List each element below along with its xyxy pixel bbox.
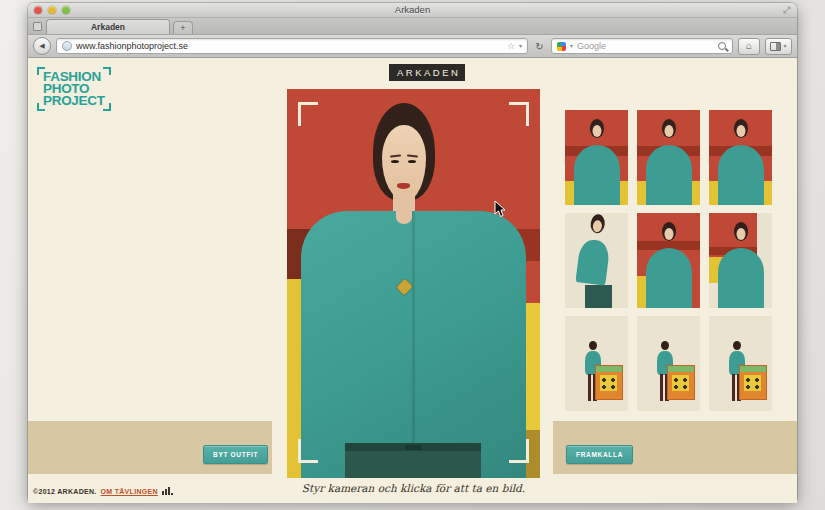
logo-line: PROJECT [43, 95, 105, 107]
model-face [382, 125, 426, 201]
site-favicon [62, 41, 72, 51]
search-bar[interactable]: ▾ [551, 38, 733, 54]
thumbnail-model [718, 248, 764, 308]
panel-icon [770, 42, 781, 51]
viewfinder-corner-icon [509, 439, 529, 463]
viewfinder-corner-icon [298, 439, 318, 463]
prop-box [668, 366, 694, 399]
about-contest-link[interactable]: OM TÄVLINGEN [101, 488, 158, 495]
model-belt-buckle [405, 445, 421, 450]
tab-bar: Arkaden + [28, 18, 797, 35]
title-bar[interactable]: Arkaden [28, 3, 797, 18]
copyright-text: ©2012 ARKADEN. [33, 488, 97, 495]
reload-icon[interactable]: ↻ [533, 41, 546, 52]
resize-icon[interactable] [783, 6, 791, 14]
address-bar[interactable]: ☆ ▾ [56, 38, 528, 54]
panel-button[interactable]: ▾ [765, 38, 792, 55]
bookmark-star-icon[interactable]: ☆ [507, 42, 515, 51]
viewfinder-corner-icon [298, 102, 318, 126]
url-input[interactable] [76, 41, 503, 51]
model-eye [408, 160, 416, 163]
gallery-thumbnail[interactable] [637, 213, 700, 308]
page-title: ARKADEN [389, 64, 465, 81]
thumbnail-model [575, 238, 610, 285]
model-lips [397, 183, 410, 189]
home-icon: ⌂ [746, 41, 752, 51]
viewfinder-corner-icon [509, 102, 529, 126]
logo-corner-icon [103, 103, 111, 111]
instruction-caption: Styr kameran och klicka för att ta en bi… [267, 482, 560, 494]
thumbnail-model [646, 248, 692, 308]
tab-list-icon[interactable] [33, 22, 42, 31]
url-dropdown-icon[interactable]: ▾ [519, 43, 522, 49]
back-arrow-icon: ◀ [39, 42, 44, 50]
back-button[interactable]: ◀ [33, 37, 51, 55]
logo-corner-icon [37, 67, 45, 75]
screen: Arkaden Arkaden + ◀ ☆ ▾ ↻ [0, 0, 825, 510]
navigation-bar: ◀ ☆ ▾ ↻ ▾ ⌂ ▾ [28, 35, 797, 58]
engine-dropdown-icon[interactable]: ▾ [570, 43, 573, 49]
gallery-thumbnail[interactable] [637, 110, 700, 205]
panel-dropdown-icon: ▾ [783, 43, 786, 49]
gallery-thumbnail[interactable] [709, 110, 772, 205]
gallery-thumbnail[interactable] [565, 213, 628, 308]
page-content: FASHION PHOTO PROJECT ARKADEN [28, 58, 797, 503]
new-tab-button[interactable]: + [173, 21, 193, 34]
gallery-thumbnail[interactable] [709, 213, 772, 308]
gallery-thumbnail[interactable] [565, 110, 628, 205]
prop-box [596, 366, 622, 399]
home-button[interactable]: ⌂ [738, 38, 760, 55]
develop-button[interactable]: FRAMKALLA [566, 445, 633, 464]
window-title: Arkaden [28, 4, 797, 15]
search-icon[interactable] [718, 42, 726, 50]
google-engine-icon[interactable] [557, 42, 566, 51]
footer: ©2012 ARKADEN. OM TÄVLINGEN [33, 487, 173, 495]
camera-viewport[interactable] [287, 89, 540, 478]
gallery-thumbnail[interactable] [709, 316, 772, 411]
model-blouse [301, 211, 526, 478]
tab-arkaden[interactable]: Arkaden [46, 19, 170, 34]
logo-corner-icon [103, 67, 111, 75]
change-outfit-button[interactable]: BYT OUTFIT [203, 445, 268, 464]
thumbnail-grid [565, 110, 772, 411]
prop-box [740, 366, 766, 399]
model-eye [391, 160, 399, 163]
thumbnail-model [574, 145, 620, 205]
model-neckline [396, 211, 412, 224]
tab-label: Arkaden [91, 22, 125, 32]
thumbnail-model [718, 145, 764, 205]
gallery-thumbnail[interactable] [565, 316, 628, 411]
gallery-thumbnail[interactable] [637, 316, 700, 411]
thumbnail-model [646, 145, 692, 205]
browser-window: Arkaden Arkaden + ◀ ☆ ▾ ↻ [28, 3, 797, 500]
mouse-cursor [494, 200, 506, 218]
stats-icon[interactable] [162, 487, 173, 495]
logo-corner-icon [37, 103, 45, 111]
site-logo[interactable]: FASHION PHOTO PROJECT [37, 67, 111, 111]
search-input[interactable] [577, 41, 714, 51]
